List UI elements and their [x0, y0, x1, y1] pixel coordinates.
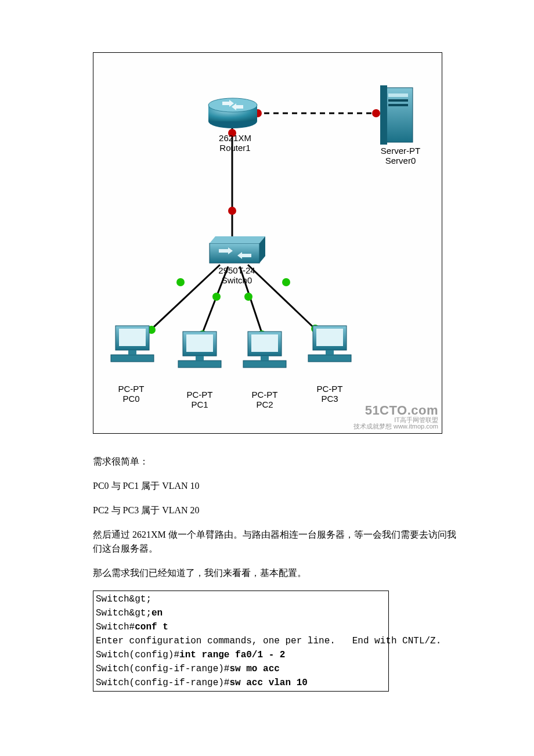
svg-point-13: [212, 293, 221, 301]
svg-rect-44: [326, 350, 334, 355]
paragraph: 然后通过 2621XM 做一个单臂路由。与路由器相连一台服务器，等一会我们需要去…: [93, 528, 459, 556]
router-label: 2621XMRouter1: [212, 133, 258, 153]
cli-line: Enter configuration commands, one per li…: [96, 634, 386, 648]
article-body: 需求很简单： PC0 与 PC1 属于 VLAN 10 PC2 与 PC3 属于…: [93, 455, 459, 580]
svg-rect-22: [380, 85, 387, 145]
pc3-icon: [308, 326, 351, 362]
cli-line: Switch&gt;: [96, 592, 386, 606]
paragraph: PC0 与 PC1 属于 VLAN 10: [93, 479, 459, 493]
pc1-label: PC-PTPC1: [174, 390, 226, 409]
svg-point-20: [208, 98, 257, 112]
svg-point-11: [176, 278, 185, 286]
svg-line-2: [144, 265, 220, 336]
topology-svg: [93, 53, 442, 433]
svg-rect-32: [128, 350, 136, 355]
svg-rect-25: [388, 104, 408, 106]
cli-line: Switch(config-if-range)#sw acc vlan 10: [96, 676, 386, 690]
cli-line: Switch(config-if-range)#sw mo acc: [96, 662, 386, 676]
pc2-icon: [243, 332, 286, 368]
svg-rect-40: [261, 356, 269, 361]
cli-config-block: Switch&gt; Switch&gt;en Switch#conf t En…: [93, 591, 389, 692]
svg-rect-39: [243, 361, 286, 368]
network-topology-figure: 2621XMRouter1 Server-PTServer0 2950T-24S…: [93, 52, 442, 434]
svg-rect-24: [388, 99, 408, 102]
svg-rect-35: [178, 361, 221, 368]
paragraph: 需求很简单：: [93, 455, 459, 469]
pc0-label: PC-PTPC0: [105, 384, 157, 404]
server-icon: [380, 85, 413, 145]
cli-line: Switch#conf t: [96, 620, 386, 634]
svg-rect-36: [196, 356, 204, 361]
svg-point-15: [244, 293, 252, 301]
router-icon: [208, 98, 257, 128]
svg-point-17: [282, 278, 290, 286]
pc0-icon: [111, 326, 154, 362]
switch-icon: [210, 236, 265, 263]
switch-label: 2950T-24Switch0: [211, 265, 263, 285]
svg-point-7: [372, 109, 380, 117]
svg-rect-31: [111, 355, 154, 362]
svg-point-9: [228, 207, 236, 215]
svg-rect-43: [308, 355, 351, 362]
pc3-label: PC-PTPC3: [304, 384, 356, 404]
watermark: 51CTO.com IT高手网管联盟 技术成就梦想 www.itmop.com: [353, 404, 438, 430]
svg-marker-27: [210, 236, 265, 243]
svg-rect-30: [119, 329, 146, 346]
svg-rect-23: [388, 93, 408, 97]
server-label: Server-PTServer0: [369, 146, 432, 165]
pc1-icon: [178, 332, 221, 368]
svg-rect-26: [210, 243, 259, 263]
paragraph: 那么需求我们已经知道了，我们来看看，基本配置。: [93, 566, 459, 580]
pc2-label: PC-PTPC2: [239, 390, 291, 409]
paragraph: PC2 与 PC3 属于 VLAN 20: [93, 503, 459, 517]
svg-rect-34: [186, 334, 213, 352]
svg-rect-38: [251, 334, 278, 352]
cli-line: Switch&gt;en: [96, 606, 386, 620]
svg-rect-42: [316, 329, 343, 346]
cli-line: Switch(config)#int range fa0/1 - 2: [96, 648, 386, 662]
